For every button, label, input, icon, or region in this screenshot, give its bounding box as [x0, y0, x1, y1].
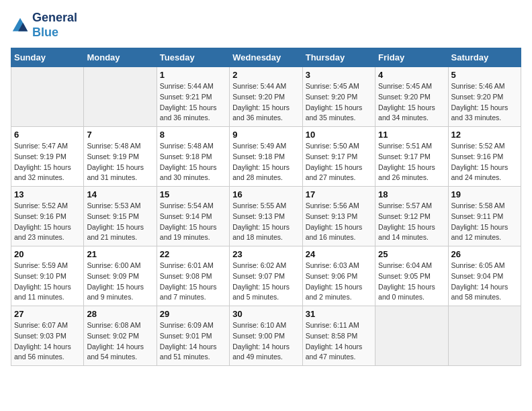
day-detail: Sunrise: 5:44 AMSunset: 9:20 PMDaylight:… — [232, 81, 299, 124]
logo: General Blue — [11, 11, 77, 40]
calendar-cell: 13Sunrise: 5:52 AMSunset: 9:16 PMDayligh… — [11, 187, 84, 246]
calendar-cell: 20Sunrise: 5:59 AMSunset: 9:10 PMDayligh… — [11, 246, 84, 306]
calendar-cell: 26Sunrise: 6:05 AMSunset: 9:04 PMDayligh… — [448, 246, 521, 306]
day-detail: Sunrise: 5:51 AMSunset: 9:17 PMDaylight:… — [378, 141, 445, 183]
weekday-header-thursday: Thursday — [302, 48, 375, 67]
calendar-cell: 31Sunrise: 6:11 AMSunset: 8:58 PMDayligh… — [302, 306, 375, 366]
calendar-cell: 4Sunrise: 5:45 AMSunset: 9:20 PMDaylight… — [375, 67, 448, 127]
day-detail: Sunrise: 5:57 AMSunset: 9:12 PMDaylight:… — [378, 201, 445, 243]
calendar-cell: 16Sunrise: 5:55 AMSunset: 9:13 PMDayligh… — [230, 187, 302, 246]
page-header: General Blue — [11, 11, 521, 40]
calendar-cell: 21Sunrise: 6:00 AMSunset: 9:09 PMDayligh… — [84, 246, 157, 306]
calendar-cell — [11, 67, 84, 127]
calendar-cell: 5Sunrise: 5:46 AMSunset: 9:20 PMDaylight… — [448, 67, 521, 127]
day-number: 29 — [160, 309, 226, 319]
calendar-cell: 3Sunrise: 5:45 AMSunset: 9:20 PMDaylight… — [302, 67, 375, 127]
day-number: 9 — [232, 130, 299, 140]
calendar-cell — [375, 306, 448, 366]
calendar-cell: 17Sunrise: 5:56 AMSunset: 9:13 PMDayligh… — [302, 187, 375, 246]
day-number: 30 — [232, 309, 299, 319]
day-number: 10 — [306, 130, 372, 140]
calendar-week-row: 6Sunrise: 5:47 AMSunset: 9:19 PMDaylight… — [11, 127, 521, 187]
logo-icon — [11, 16, 30, 35]
day-number: 15 — [160, 189, 226, 199]
calendar-cell: 12Sunrise: 5:52 AMSunset: 9:16 PMDayligh… — [448, 127, 521, 187]
day-detail: Sunrise: 5:52 AMSunset: 9:16 PMDaylight:… — [14, 201, 81, 243]
day-number: 14 — [87, 189, 153, 199]
day-number: 16 — [232, 189, 299, 199]
day-number: 25 — [378, 249, 445, 259]
day-detail: Sunrise: 5:45 AMSunset: 9:20 PMDaylight:… — [378, 81, 445, 124]
day-number: 20 — [14, 249, 81, 259]
day-detail: Sunrise: 5:48 AMSunset: 9:18 PMDaylight:… — [160, 141, 226, 183]
day-detail: Sunrise: 6:09 AMSunset: 9:01 PMDaylight:… — [160, 320, 226, 363]
day-number: 4 — [378, 70, 445, 80]
calendar-cell: 19Sunrise: 5:58 AMSunset: 9:11 PMDayligh… — [448, 187, 521, 246]
day-number: 18 — [378, 189, 445, 199]
day-detail: Sunrise: 5:47 AMSunset: 9:19 PMDaylight:… — [14, 141, 81, 183]
day-detail: Sunrise: 6:01 AMSunset: 9:08 PMDaylight:… — [160, 261, 226, 303]
calendar-cell: 29Sunrise: 6:09 AMSunset: 9:01 PMDayligh… — [157, 306, 229, 366]
calendar-cell: 8Sunrise: 5:48 AMSunset: 9:18 PMDaylight… — [157, 127, 229, 187]
day-detail: Sunrise: 6:05 AMSunset: 9:04 PMDaylight:… — [451, 261, 518, 303]
calendar-cell: 2Sunrise: 5:44 AMSunset: 9:20 PMDaylight… — [230, 67, 302, 127]
calendar-cell: 9Sunrise: 5:49 AMSunset: 9:18 PMDaylight… — [230, 127, 302, 187]
day-detail: Sunrise: 5:53 AMSunset: 9:15 PMDaylight:… — [87, 201, 153, 243]
day-number: 24 — [306, 249, 372, 259]
weekday-header-row: SundayMondayTuesdayWednesdayThursdayFrid… — [11, 48, 521, 67]
day-number: 8 — [160, 130, 226, 140]
day-detail: Sunrise: 5:50 AMSunset: 9:17 PMDaylight:… — [306, 141, 372, 183]
calendar-cell: 25Sunrise: 6:04 AMSunset: 9:05 PMDayligh… — [375, 246, 448, 306]
day-detail: Sunrise: 6:04 AMSunset: 9:05 PMDaylight:… — [378, 261, 445, 303]
day-detail: Sunrise: 5:45 AMSunset: 9:20 PMDaylight:… — [306, 81, 372, 124]
weekday-header-saturday: Saturday — [448, 48, 521, 67]
calendar-week-row: 13Sunrise: 5:52 AMSunset: 9:16 PMDayligh… — [11, 187, 521, 246]
day-detail: Sunrise: 6:10 AMSunset: 9:00 PMDaylight:… — [232, 320, 299, 363]
day-detail: Sunrise: 5:59 AMSunset: 9:10 PMDaylight:… — [14, 261, 81, 303]
day-detail: Sunrise: 5:49 AMSunset: 9:18 PMDaylight:… — [232, 141, 299, 183]
calendar-cell: 27Sunrise: 6:07 AMSunset: 9:03 PMDayligh… — [11, 306, 84, 366]
calendar-cell — [84, 67, 157, 127]
calendar-table: SundayMondayTuesdayWednesdayThursdayFrid… — [11, 48, 521, 366]
calendar-cell: 23Sunrise: 6:02 AMSunset: 9:07 PMDayligh… — [230, 246, 302, 306]
day-detail: Sunrise: 5:55 AMSunset: 9:13 PMDaylight:… — [232, 201, 299, 243]
day-number: 22 — [160, 249, 226, 259]
day-number: 5 — [451, 70, 518, 80]
weekday-header-wednesday: Wednesday — [230, 48, 302, 67]
calendar-cell: 15Sunrise: 5:54 AMSunset: 9:14 PMDayligh… — [157, 187, 229, 246]
calendar-cell: 6Sunrise: 5:47 AMSunset: 9:19 PMDaylight… — [11, 127, 84, 187]
day-detail: Sunrise: 6:08 AMSunset: 9:02 PMDaylight:… — [87, 320, 153, 363]
day-number: 21 — [87, 249, 153, 259]
day-number: 28 — [87, 309, 153, 319]
day-detail: Sunrise: 6:00 AMSunset: 9:09 PMDaylight:… — [87, 261, 153, 303]
day-detail: Sunrise: 6:07 AMSunset: 9:03 PMDaylight:… — [14, 320, 81, 363]
day-detail: Sunrise: 6:11 AMSunset: 8:58 PMDaylight:… — [306, 320, 372, 363]
day-number: 17 — [306, 189, 372, 199]
calendar-cell: 7Sunrise: 5:48 AMSunset: 9:19 PMDaylight… — [84, 127, 157, 187]
day-number: 3 — [306, 70, 372, 80]
day-detail: Sunrise: 5:52 AMSunset: 9:16 PMDaylight:… — [451, 141, 518, 183]
day-number: 7 — [87, 130, 153, 140]
day-number: 11 — [378, 130, 445, 140]
calendar-cell: 22Sunrise: 6:01 AMSunset: 9:08 PMDayligh… — [157, 246, 229, 306]
day-detail: Sunrise: 6:02 AMSunset: 9:07 PMDaylight:… — [232, 261, 299, 303]
weekday-header-friday: Friday — [375, 48, 448, 67]
calendar-week-row: 20Sunrise: 5:59 AMSunset: 9:10 PMDayligh… — [11, 246, 521, 306]
day-number: 19 — [451, 189, 518, 199]
day-detail: Sunrise: 5:48 AMSunset: 9:19 PMDaylight:… — [87, 141, 153, 183]
day-detail: Sunrise: 6:03 AMSunset: 9:06 PMDaylight:… — [306, 261, 372, 303]
day-detail: Sunrise: 5:58 AMSunset: 9:11 PMDaylight:… — [451, 201, 518, 243]
weekday-header-monday: Monday — [84, 48, 157, 67]
day-number: 26 — [451, 249, 518, 259]
calendar-cell: 10Sunrise: 5:50 AMSunset: 9:17 PMDayligh… — [302, 127, 375, 187]
day-detail: Sunrise: 5:54 AMSunset: 9:14 PMDaylight:… — [160, 201, 226, 243]
day-number: 1 — [160, 70, 226, 80]
calendar-cell: 14Sunrise: 5:53 AMSunset: 9:15 PMDayligh… — [84, 187, 157, 246]
day-number: 13 — [14, 189, 81, 199]
day-detail: Sunrise: 5:44 AMSunset: 9:21 PMDaylight:… — [160, 81, 226, 124]
day-number: 2 — [232, 70, 299, 80]
calendar-cell: 18Sunrise: 5:57 AMSunset: 9:12 PMDayligh… — [375, 187, 448, 246]
calendar-cell — [448, 306, 521, 366]
weekday-header-tuesday: Tuesday — [157, 48, 229, 67]
weekday-header-sunday: Sunday — [11, 48, 84, 67]
